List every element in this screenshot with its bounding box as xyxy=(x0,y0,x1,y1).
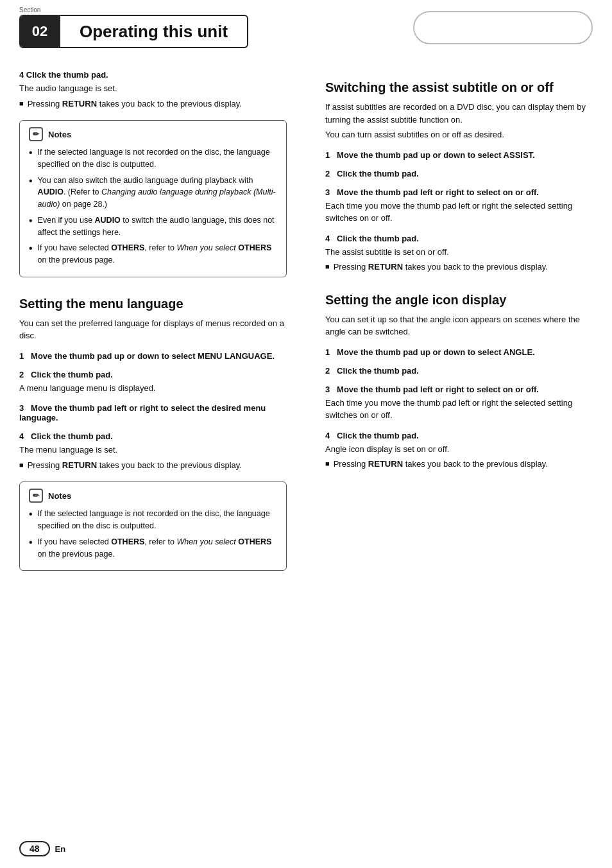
menu-step1-heading: 1 Move the thumb pad up or down to selec… xyxy=(19,351,287,361)
page-title: Operating this unit xyxy=(80,22,228,42)
menu-step2-body: A menu language menu is displayed. xyxy=(19,382,287,395)
header-right-box xyxy=(413,11,593,44)
step4-click-heading: 4 Click the thumb pad. xyxy=(19,70,287,80)
step4-click-section: 4 Click the thumb pad. The audio languag… xyxy=(19,70,287,110)
angle-step4-body: Angle icon display is set on or off. xyxy=(325,443,593,456)
angle-icon-title: Setting the angle icon display xyxy=(325,291,593,308)
assist-subtitle-intro2: You can turn assist subtitles on or off … xyxy=(325,128,593,141)
angle-step1-heading: 1 Move the thumb pad up or down to selec… xyxy=(325,347,593,357)
note-1-text-2: You can also switch the audio language d… xyxy=(38,175,277,211)
angle-icon-intro: You can set it up so that the angle icon… xyxy=(325,313,593,338)
angle-step4-heading: 4 Click the thumb pad. xyxy=(325,431,593,440)
assist-subtitle-intro1: If assist subtitles are recorded on a DV… xyxy=(325,101,593,126)
bullet-arrow-icon-4: ■ xyxy=(325,458,330,469)
notes-box-1: ✏ Notes • If the selected language is no… xyxy=(19,120,287,277)
note-1-item-4: • If you have selected OTHERS, refer to … xyxy=(29,242,277,266)
step4-click-body: The audio language is set. xyxy=(19,82,287,95)
angle-step3-body: Each time you move the thumb pad left or… xyxy=(325,397,593,422)
main-content: 4 Click the thumb pad. The audio languag… xyxy=(0,55,612,577)
notes-header-2: ✏ Notes xyxy=(29,489,277,503)
notes-header-1: ✏ Notes xyxy=(29,127,277,141)
assist-subtitle-section: Switching the assist subtitle on or off … xyxy=(325,79,593,273)
step4-click-bullet: ■ Pressing RETURN takes you back to the … xyxy=(19,98,287,110)
note-1-text-3: Even if you use AUDIO to switch the audi… xyxy=(38,214,277,239)
step4-click-bullet-text: Pressing RETURN takes you back to the pr… xyxy=(28,98,242,110)
note-1-item-1: • If the selected language is not record… xyxy=(29,146,277,171)
assist-step4-heading: 4 Click the thumb pad. xyxy=(325,234,593,243)
menu-step3-heading: 3 Move the thumb pad left or right to se… xyxy=(19,403,287,422)
section-number: 02 xyxy=(21,15,59,48)
assist-step3-body: Each time you move the thumb pad left or… xyxy=(325,200,593,225)
note-1-text-1: If the selected language is not recorded… xyxy=(38,146,277,171)
assist-subtitle-title: Switching the assist subtitle on or off xyxy=(325,79,593,96)
note-dot-2: • xyxy=(29,176,33,186)
note-dot-1: • xyxy=(29,148,33,158)
note-2-item-1: • If the selected language is not record… xyxy=(29,508,277,532)
angle-step3-heading: 3 Move the thumb pad left or right to se… xyxy=(325,385,593,394)
assist-step4-body: The assist subtitle is set on or off. xyxy=(325,246,593,259)
menu-language-section: Setting the menu language You can set th… xyxy=(19,295,287,472)
notes-icon-1: ✏ xyxy=(29,127,43,141)
note-dot-6: • xyxy=(29,537,33,548)
notes-label-1: Notes xyxy=(48,130,71,139)
menu-step4-heading: 4 Click the thumb pad. xyxy=(19,431,287,441)
menu-step4-bullet-text: Pressing RETURN takes you back to the pr… xyxy=(28,459,242,472)
menu-step4-body: The menu language is set. xyxy=(19,444,287,456)
bullet-arrow-icon-2: ■ xyxy=(19,460,24,471)
header: Section 02 Operating this unit xyxy=(0,0,612,48)
footer-language: En xyxy=(55,844,66,854)
assist-step4-bullet: ■ Pressing RETURN takes you back to the … xyxy=(325,261,593,273)
note-2-text-1: If the selected language is not recorded… xyxy=(38,508,277,532)
note-1-item-2: • You can also switch the audio language… xyxy=(29,175,277,211)
angle-step4-bullet-text: Pressing RETURN takes you back to the pr… xyxy=(334,458,548,471)
menu-language-title: Setting the menu language xyxy=(19,295,287,312)
menu-language-intro: You can set the preferred language for d… xyxy=(19,317,287,342)
section-label: Section xyxy=(19,6,248,13)
page: Section 02 Operating this unit 4 Click t… xyxy=(0,0,612,868)
note-2-item-2: • If you have selected OTHERS, refer to … xyxy=(29,536,277,560)
assist-step4-bullet-text: Pressing RETURN takes you back to the pr… xyxy=(334,261,548,273)
menu-step2-heading: 2 Click the thumb pad. xyxy=(19,370,287,379)
note-2-text-2: If you have selected OTHERS, refer to Wh… xyxy=(38,536,277,560)
footer: 48 En xyxy=(19,841,65,856)
note-dot-4: • xyxy=(29,243,33,254)
note-dot-5: • xyxy=(29,509,33,519)
angle-step4-bullet: ■ Pressing RETURN takes you back to the … xyxy=(325,458,593,471)
left-column: 4 Click the thumb pad. The audio languag… xyxy=(19,61,306,577)
notes-box-2: ✏ Notes • If the selected language is no… xyxy=(19,482,287,571)
note-dot-3: • xyxy=(29,216,33,226)
right-column: Switching the assist subtitle on or off … xyxy=(306,61,593,577)
page-number: 48 xyxy=(19,841,50,856)
angle-icon-section: Setting the angle icon display You can s… xyxy=(325,291,593,471)
notes-label-2: Notes xyxy=(48,491,71,501)
note-1-text-4: If you have selected OTHERS, refer to Wh… xyxy=(38,242,277,266)
notes-icon-2: ✏ xyxy=(29,489,43,503)
assist-step3-heading: 3 Move the thumb pad left or right to se… xyxy=(325,187,593,197)
bullet-arrow-icon: ■ xyxy=(19,98,24,109)
angle-step2-heading: 2 Click the thumb pad. xyxy=(325,366,593,376)
assist-step1-heading: 1 Move the thumb pad up or down to selec… xyxy=(325,150,593,160)
note-1-item-3: • Even if you use AUDIO to switch the au… xyxy=(29,214,277,239)
menu-step4-bullet: ■ Pressing RETURN takes you back to the … xyxy=(19,459,287,472)
bullet-arrow-icon-3: ■ xyxy=(325,261,330,272)
assist-step2-heading: 2 Click the thumb pad. xyxy=(325,169,593,178)
